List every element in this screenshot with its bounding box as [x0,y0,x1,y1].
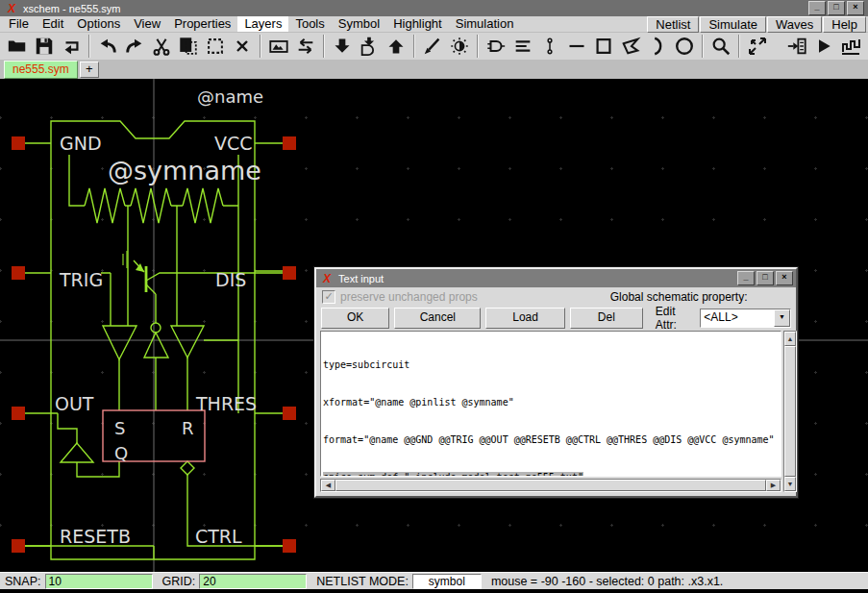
redo-button[interactable] [121,34,148,59]
menu-file[interactable]: File [2,16,36,32]
load-button[interactable]: Load [485,308,565,329]
menu-symbol[interactable]: Symbol [332,16,386,32]
dialog-maximize-button[interactable]: □ [756,271,774,285]
copy-button[interactable] [175,34,202,59]
push-schematic-button[interactable] [329,34,356,59]
label-symname: @symname [108,156,261,185]
chevron-down-icon[interactable]: ▼ [774,309,790,327]
swap-selection-button[interactable] [292,34,319,59]
scroll-left-icon[interactable]: ◀ [321,480,335,491]
label-vcc: VCC [214,133,253,154]
tab-ne555-sym[interactable]: ne555.sym [4,61,78,79]
insert-pin-button[interactable] [536,34,563,59]
descend-symbol-button[interactable] [356,34,383,59]
window-maximize-button[interactable]: □ [828,1,845,15]
insert-rect-button[interactable] [590,34,617,59]
paste-button[interactable] [202,34,229,59]
ok-button[interactable]: OK [321,308,389,329]
toolbar-separator [477,35,479,58]
edit-attr-label: Edit Attr: [656,305,696,332]
menu-help-button[interactable]: Help [823,16,866,33]
menu-highlight[interactable]: Highlight [386,16,449,32]
horizontal-scrollbar[interactable]: ◀ ▶ [320,479,781,492]
pin-out[interactable] [12,407,25,420]
scroll-right-icon[interactable]: ▶ [766,480,781,491]
menu-properties[interactable]: Properties [167,16,237,32]
menu-view[interactable]: View [127,16,167,32]
gate-down-icon [359,36,380,57]
label-trig: TRIG [59,269,103,290]
preserve-props-checkbox[interactable]: ✓ [322,290,335,304]
del-button[interactable]: Del [570,308,643,329]
window-close-button[interactable]: × [847,1,864,15]
menu-simulate-button[interactable]: Simulate [700,16,766,33]
insert-line-button[interactable] [563,34,590,59]
rectangle-icon [593,36,614,57]
reload-button[interactable] [58,34,85,59]
waves-button[interactable] [837,34,864,59]
comparator-a [103,326,136,359]
window-titlebar: X xschem - ne555.sym _ □ × [0,0,868,16]
zoom-full-button[interactable] [744,34,771,59]
menu-edit[interactable]: Edit [36,16,70,32]
scroll-up-icon[interactable]: ▲ [784,332,796,346]
menu-netlist-button[interactable]: Netlist [647,16,699,33]
undo-button[interactable] [94,34,121,59]
edit-attr-dropdown[interactable]: <ALL> ▼ [700,309,791,328]
cut-button[interactable] [148,34,175,59]
property-text-area[interactable]: type=subcircuit xformat="@name @pinlist … [320,331,781,477]
delete-button[interactable] [229,34,256,59]
insert-polygon-button[interactable] [617,34,644,59]
menu-tools[interactable]: Tools [288,16,331,32]
zoom-button[interactable] [707,34,734,59]
menu-simulation[interactable]: Simulation [449,16,521,32]
pin-gnd[interactable] [12,136,25,150]
grid-input[interactable] [199,574,307,589]
paint-layer-button[interactable] [419,34,446,59]
pin-thres[interactable] [283,407,296,420]
insert-arc-button[interactable] [644,34,671,59]
menu-layers[interactable]: Layers [237,16,288,32]
dialog-titlebar[interactable]: X Text input _ □ × [316,269,796,287]
menu-waves-button[interactable]: Waves [767,16,822,33]
netlist-button[interactable] [783,34,810,59]
insert-net-label-button[interactable] [509,34,536,59]
simulate-button[interactable] [810,34,837,59]
dialog-minimize-button[interactable]: _ [737,271,755,285]
output-buffer [61,443,93,462]
text-line: format="@name @@GND @@TRIG @@OUT @@RESET… [323,433,779,446]
toggle-colors-button[interactable] [446,34,473,59]
pin-trig[interactable] [12,266,25,280]
pin-ctrl[interactable] [283,539,296,553]
redo-icon [124,36,145,57]
pin-resetb[interactable] [12,539,25,553]
horizontal-scrollbar-thumb[interactable] [335,480,766,491]
new-tab-button[interactable]: + [80,62,99,78]
save-file-button[interactable] [31,34,58,59]
dialog-title: Text input [338,273,735,284]
pin-dis[interactable] [283,266,296,280]
vertical-scrollbar-thumb[interactable] [784,346,796,477]
scroll-down-icon[interactable]: ▼ [784,477,796,491]
insert-gate-symbol-button[interactable] [483,34,509,59]
netlist-mode-input[interactable] [412,574,482,589]
mouse-status-text: mouse = -90 -160 - selected: 0 path: .x3… [491,575,723,588]
text-lines-icon [512,36,533,57]
snap-input[interactable] [45,574,153,589]
insert-circle-button[interactable] [671,34,698,59]
vertical-scrollbar[interactable]: ▲ ▼ [783,331,797,492]
text-line: xformat="@name @pinlist @symname" [323,396,779,408]
comparator-b [171,326,204,358]
dialog-close-button[interactable]: × [776,271,793,285]
pop-hierarchy-button[interactable] [383,34,409,59]
window-title: xschem - ne555.sym [23,3,806,14]
place-symbol-button[interactable] [265,34,292,59]
snap-label: SNAP: [5,575,41,588]
menu-options[interactable]: Options [70,16,127,32]
play-icon [814,37,833,56]
open-file-button[interactable] [4,34,31,59]
pin-vcc[interactable] [283,136,296,150]
cancel-button[interactable]: Cancel [394,308,481,329]
window-minimize-button[interactable]: _ [808,1,826,15]
sun-contrast-icon [449,36,470,57]
